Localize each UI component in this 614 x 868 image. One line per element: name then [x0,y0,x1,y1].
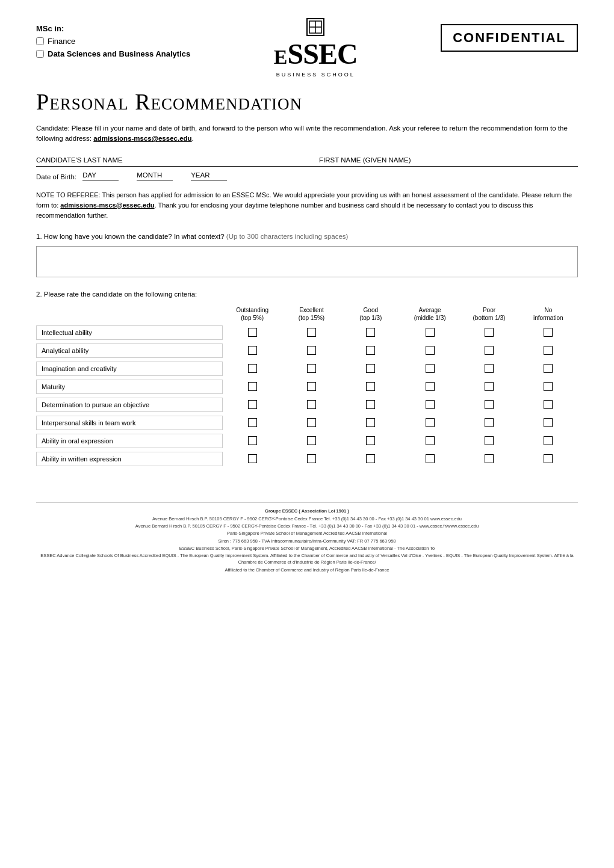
rating-checkbox-6-5[interactable] [544,436,553,445]
rating-checkbox-6-0[interactable] [248,436,257,445]
finance-checkbox[interactable] [36,37,44,45]
rating-checkbox-5-3[interactable] [426,418,435,427]
rating-checkbox-4-4[interactable] [485,400,494,409]
rating-checkbox-3-5[interactable] [544,382,553,391]
rating-checkbox-4-2[interactable] [366,400,375,409]
rating-row: Ability in written expression [36,452,578,466]
data-sciences-checkbox[interactable] [36,50,44,58]
rating-checkbox-5-1[interactable] [307,418,316,427]
rating-checkbox-7-4[interactable] [485,454,494,463]
rating-checkbox-4-5[interactable] [544,400,553,409]
rating-checkbox-4-1[interactable] [307,400,316,409]
rating-checkbox-6-2[interactable] [366,436,375,445]
rating-row: Imagination and creativity [36,362,578,376]
checkbox-cell-5-1 [282,418,341,427]
rating-checkbox-5-4[interactable] [485,418,494,427]
footer-line1: Avenue Bernard Hirsch B.P. 50105 CERGY F… [36,516,578,522]
finance-label: Finance [48,37,75,46]
col-header-4: Poor(bottom 1/3) [459,306,518,322]
checkbox-cell-1-3 [400,346,459,355]
rating-checkbox-2-0[interactable] [248,364,257,373]
dob-label: Date of Birth: [36,173,76,180]
rating-checkbox-0-1[interactable] [307,328,316,337]
checkbox-cell-1-1 [282,346,341,355]
name-fields-row: CANDIDATE'S LAST NAME FIRST NAME (Given … [36,156,578,167]
rating-checkbox-3-3[interactable] [426,382,435,391]
checkbox-cell-4-2 [341,400,400,409]
rating-checkbox-1-2[interactable] [366,346,375,355]
rating-checkbox-3-0[interactable] [248,382,257,391]
rating-checkbox-3-4[interactable] [485,382,494,391]
col-header-5: Noinformation [519,306,578,322]
msc-label: MSc in: [36,24,190,33]
criterion-label-0: Intellectual ability [36,325,223,340]
rating-checkbox-3-2[interactable] [366,382,375,391]
rating-checkbox-1-5[interactable] [544,346,553,355]
rating-checkbox-5-2[interactable] [366,418,375,427]
criterion-label-6: Ability in oral expression [36,434,223,448]
rating-checkbox-7-2[interactable] [366,454,375,463]
intro-email[interactable]: admissions-mscs@essec.edu [93,135,191,142]
criterion-label-1: Analytical ability [36,343,223,358]
rating-checkbox-0-2[interactable] [366,328,375,337]
answer-textarea-q1[interactable] [37,247,577,277]
header-left: MSc in: Finance Data Sciences and Busine… [36,24,190,58]
checkbox-cell-6-3 [400,436,459,445]
rating-checkbox-7-1[interactable] [307,454,316,463]
checkbox-cell-5-3 [400,418,459,427]
checkbox-cell-0-4 [459,328,518,337]
rating-checkbox-0-5[interactable] [544,328,553,337]
rating-checkbox-0-4[interactable] [485,328,494,337]
dob-day: DAY [82,171,119,180]
question2: 2. Please rate the candidate on the foll… [36,291,578,298]
rating-checkbox-2-1[interactable] [307,364,316,373]
col-header-3: Average(middle 1/3) [400,306,459,322]
note-paragraph: NOTE TO REFEREE: This person has applied… [36,190,578,221]
rating-checkbox-2-5[interactable] [544,364,553,373]
header: MSc in: Finance Data Sciences and Busine… [36,24,578,78]
rating-checkbox-2-4[interactable] [485,364,494,373]
checkbox-cell-4-0 [223,400,282,409]
footer-line5: ESSEC Business School, Paris-Singapore P… [36,545,578,552]
rating-col-headers: Outstanding(top 5%) Excellent(top 15%) G… [223,306,578,322]
essec-e-letter: E [274,46,288,69]
rating-checkbox-6-4[interactable] [485,436,494,445]
rating-checkbox-6-1[interactable] [307,436,316,445]
checkbox-cell-6-2 [341,436,400,445]
note-email[interactable]: admissions-mscs@essec.edu [60,202,154,209]
rating-checkbox-1-3[interactable] [426,346,435,355]
intro-text2: . [192,135,194,142]
rating-header-row: Outstanding(top 5%) Excellent(top 15%) G… [36,306,578,322]
rating-checkbox-5-5[interactable] [544,418,553,427]
rating-checkbox-4-3[interactable] [426,400,435,409]
rating-checkbox-7-0[interactable] [248,454,257,463]
rating-checkbox-6-3[interactable] [426,436,435,445]
checkbox-cell-3-2 [341,382,400,391]
criterion-label-3: Maturity [36,380,223,394]
rating-checkbox-5-0[interactable] [248,418,257,427]
rating-checkboxes-3 [223,382,578,391]
rating-checkbox-1-0[interactable] [248,346,257,355]
rating-checkbox-7-3[interactable] [426,454,435,463]
first-name-label: FIRST NAME (Given Name) [319,156,578,164]
checkbox-cell-5-4 [459,418,518,427]
rating-checkbox-7-5[interactable] [544,454,553,463]
rating-checkbox-2-2[interactable] [366,364,375,373]
rating-checkboxes-6 [223,436,578,445]
checkbox-cell-4-5 [519,400,578,409]
criterion-label-4: Determination to pursue an objective [36,398,223,412]
footer-line4: Siren : 775 663 958 - TVA Intracommunaut… [36,538,578,544]
rating-checkbox-4-0[interactable] [248,400,257,409]
rating-rows: Intellectual abilityAnalytical abilityIm… [36,325,578,466]
rating-checkbox-0-3[interactable] [426,328,435,337]
page: MSc in: Finance Data Sciences and Busine… [0,0,614,868]
answer-box-q1[interactable] [36,246,578,277]
rating-checkbox-0-0[interactable] [248,328,257,337]
business-school-tagline: BUSINESS SCHOOL [276,72,355,78]
rating-checkbox-1-4[interactable] [485,346,494,355]
rating-checkbox-1-1[interactable] [307,346,316,355]
checkbox-cell-3-5 [519,382,578,391]
rating-checkbox-3-1[interactable] [307,382,316,391]
rating-checkbox-2-3[interactable] [426,364,435,373]
checkbox-cell-0-5 [519,328,578,337]
